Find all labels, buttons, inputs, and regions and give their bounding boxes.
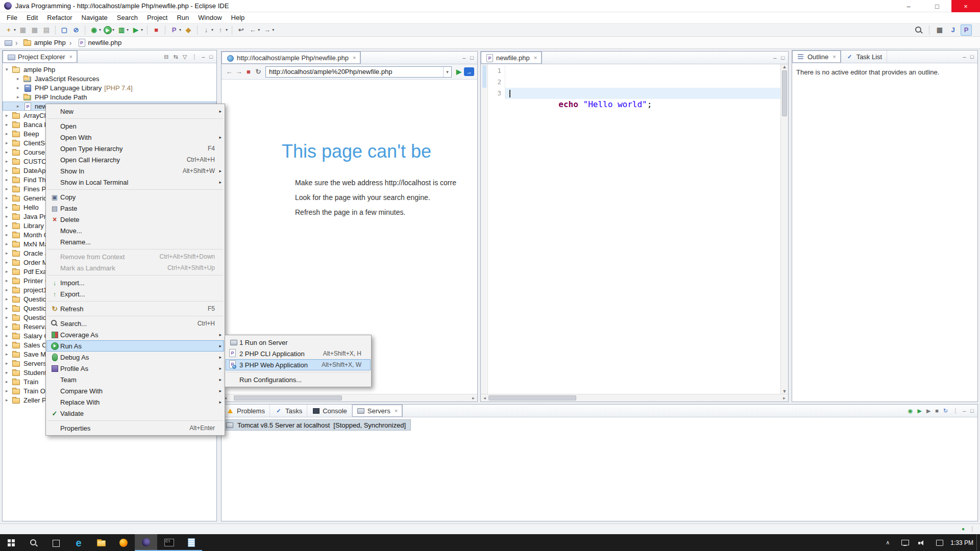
context-menu-item[interactable]: Show in Local Terminal ▸	[46, 177, 224, 188]
network-tray-button[interactable]	[899, 538, 911, 547]
run-on-server-button[interactable]: ▶	[454, 67, 463, 77]
context-menu-item[interactable]: Export...	[46, 288, 224, 299]
submenu-item[interactable]: 3 PHP Web Application Alt+Shift+X, W	[226, 359, 371, 370]
url-combo-arrow-icon[interactable]	[443, 67, 451, 77]
action-center-button[interactable]	[934, 538, 945, 547]
expand-arrow-icon[interactable]: ▸	[6, 370, 12, 375]
menu-project[interactable]: Project	[142, 12, 172, 23]
generate-icon[interactable]: ◆	[183, 24, 194, 36]
context-menu-item[interactable]: Refresh F5	[46, 303, 224, 314]
expand-arrow-icon[interactable]: ▸	[6, 205, 12, 210]
run-icon[interactable]: ▶ ▾	[103, 24, 115, 36]
tree-item[interactable]: ▸ PHP Language Library [PHP 7.4]	[3, 83, 216, 92]
debug-icon[interactable]: ◉ ▾	[88, 24, 102, 36]
server-list-item[interactable]: Tomcat v8.5 Server at localhost [Stopped…	[224, 419, 411, 431]
expand-arrow-icon[interactable]: ▸	[6, 379, 12, 384]
new-wizard-icon[interactable]: + ▾	[3, 24, 17, 36]
expand-arrow-icon[interactable]: ▸	[6, 149, 12, 155]
view-menu-icon[interactable]: ⋮	[191, 54, 197, 60]
code-line[interactable]: 1 <?php	[488, 65, 780, 77]
tab-close-icon[interactable]: ×	[534, 55, 537, 61]
context-menu-item[interactable]: Import...	[46, 277, 224, 288]
scroll-up-icon[interactable]: ▲	[781, 64, 789, 69]
taskbar-search-button[interactable]	[22, 534, 45, 551]
expand-arrow-icon[interactable]: ▸	[17, 76, 23, 81]
save-all-icon[interactable]: ▩	[29, 24, 40, 36]
volume-tray-button[interactable]	[917, 538, 928, 547]
menu-help[interactable]: Help	[227, 12, 250, 23]
context-menu-item[interactable]: Copy	[46, 191, 224, 203]
code-area[interactable]: 1 <?php 2 echo "Hello world"; 3	[488, 64, 780, 394]
expand-arrow-icon[interactable]: ▸	[6, 278, 12, 283]
expand-arrow-icon[interactable]: ▾	[6, 67, 12, 72]
tab-close-icon[interactable]: ×	[395, 408, 398, 414]
expand-arrow-icon[interactable]: ▸	[6, 251, 12, 256]
stop-icon[interactable]: ■	[151, 24, 162, 36]
context-menu-item[interactable]: Profile As ▸	[46, 363, 224, 374]
dropdown-arrow-icon[interactable]: ▾	[179, 28, 181, 32]
code-line[interactable]: 2 echo "Hello world";	[488, 77, 780, 88]
minimize-icon[interactable]: –	[963, 408, 966, 414]
expand-arrow-icon[interactable]: ▸	[6, 122, 12, 127]
dropdown-arrow-icon[interactable]: ▾	[226, 28, 228, 32]
expand-arrow-icon[interactable]: ▸	[6, 306, 12, 311]
dropdown-arrow-icon[interactable]: ▾	[141, 28, 143, 32]
tab-close-icon[interactable]: ×	[353, 55, 356, 61]
scroll-right-icon[interactable]: ▸	[780, 395, 788, 400]
view-menu-icon[interactable]: ⋮	[952, 408, 958, 414]
editor-horizontal-scrollbar[interactable]: ◂ ▸	[481, 394, 788, 402]
context-menu-item[interactable]: Replace With ▸	[46, 396, 224, 408]
coverage-icon[interactable]: ▥ ▾	[116, 24, 130, 36]
expand-arrow-icon[interactable]: ▸	[6, 269, 12, 274]
context-menu-item[interactable]: Search... Ctrl+H	[46, 318, 224, 329]
expand-arrow-icon[interactable]: ▸	[6, 397, 12, 403]
dropdown-arrow-icon[interactable]: ▾	[99, 28, 101, 32]
submenu-item[interactable]: 2 PHP CLI Application Alt+Shift+X, H	[226, 348, 371, 359]
browser-horizontal-scrollbar[interactable]: ◂ ▸	[222, 394, 477, 402]
context-menu-item[interactable]: Validate	[46, 408, 224, 419]
expand-arrow-icon[interactable]: ▸	[6, 241, 12, 246]
browser-back-icon[interactable]: ←	[225, 67, 234, 77]
expand-arrow-icon[interactable]: ▸	[6, 296, 12, 302]
browser-forward-icon[interactable]: →	[234, 67, 243, 77]
publish-icon[interactable]: ↻	[943, 408, 948, 414]
editor-vertical-scrollbar[interactable]: ▲ ▼	[780, 64, 788, 394]
expand-arrow-icon[interactable]: ▸	[17, 104, 23, 109]
scrollbar-thumb[interactable]	[488, 395, 576, 400]
task-view-button[interactable]	[45, 534, 67, 551]
scroll-right-icon[interactable]: ▸	[470, 395, 477, 400]
context-menu-item[interactable]: Open Call Hierarchy Ctrl+Alt+H	[46, 154, 224, 165]
maximize-icon[interactable]: □	[781, 55, 785, 61]
external-browser-button[interactable]: →	[464, 67, 474, 76]
context-menu-item[interactable]: Coverage As ▸	[46, 329, 224, 340]
cmd-button[interactable]	[157, 534, 180, 551]
start-server-icon[interactable]: ▶	[917, 408, 921, 414]
forward-icon[interactable]: → ▾	[261, 24, 275, 36]
context-menu-item[interactable]: Mark as Landmark Ctrl+Alt+Shift+Up	[46, 262, 224, 273]
tab-console[interactable]: Console	[307, 405, 352, 417]
menu-file[interactable]: File	[2, 12, 22, 23]
maximize-icon[interactable]: □	[470, 55, 474, 61]
expand-arrow-icon[interactable]: ▸	[6, 131, 12, 136]
link-editor-icon[interactable]: ⇆	[174, 54, 178, 60]
status-menu-icon[interactable]: ⋮	[970, 527, 975, 532]
context-menu-item[interactable]: New ▸	[46, 106, 224, 117]
debug-server-icon[interactable]: ◉	[908, 408, 913, 414]
expand-arrow-icon[interactable]: ▸	[17, 85, 23, 90]
dropdown-arrow-icon[interactable]: ▾	[14, 28, 16, 32]
context-menu-item[interactable]: Delete	[46, 214, 224, 225]
tree-item[interactable]: ▾ ample Php	[3, 65, 216, 74]
context-menu-item[interactable]: Paste	[46, 203, 224, 214]
context-menu-item[interactable]: Open	[46, 120, 224, 132]
maximize-icon[interactable]: □	[970, 408, 974, 414]
search-icon[interactable]	[913, 24, 924, 36]
tab-project-explorer[interactable]: Project Explorer ×	[3, 51, 78, 63]
expand-arrow-icon[interactable]: ▸	[6, 361, 12, 366]
expand-arrow-icon[interactable]: ▸	[6, 140, 12, 145]
submenu-item[interactable]: Run Configurations...	[226, 374, 371, 385]
file-explorer-button[interactable]	[90, 534, 112, 551]
dropdown-arrow-icon[interactable]: ▾	[258, 28, 260, 32]
scroll-down-icon[interactable]: ▼	[781, 389, 789, 394]
terminal-icon[interactable]: ▢	[59, 24, 70, 36]
notepad-button[interactable]	[180, 534, 202, 551]
